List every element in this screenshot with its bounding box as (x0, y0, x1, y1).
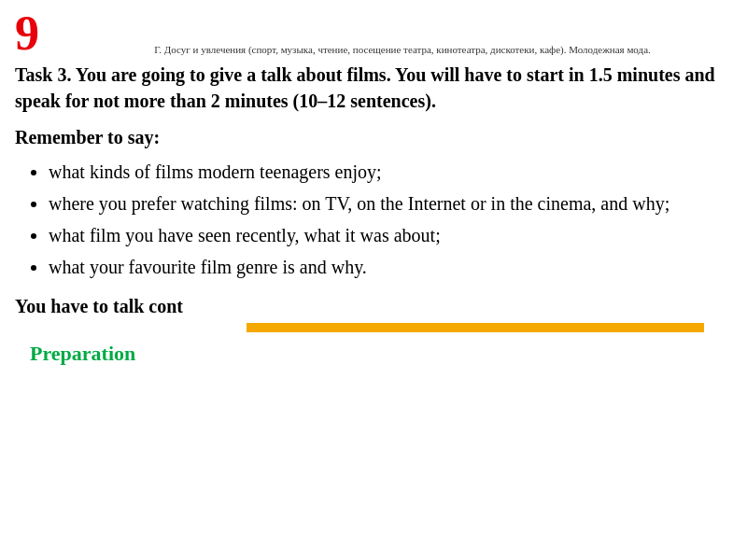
list-item: what kinds of films modern teenagers enj… (49, 158, 732, 186)
list-item: what film you have seen recently, what i… (49, 221, 732, 249)
preparation-label: Preparation (30, 342, 732, 366)
list-item: where you prefer watching films: on TV, … (49, 189, 732, 217)
page-container: 9 Г. Досуг и увлечения (спорт, музыка, ч… (0, 0, 747, 560)
number-badge: 9 (15, 9, 62, 58)
subtitle-text: Г. Досуг и увлечения (спорт, музыка, чте… (73, 43, 732, 56)
yellow-bar (247, 323, 704, 332)
list-item: what your favourite film genre is and wh… (49, 253, 732, 281)
header-row: 9 Г. Досуг и увлечения (спорт, музыка, ч… (15, 9, 732, 58)
bullet-list: what kinds of films modern teenagers enj… (15, 158, 732, 281)
talk-cont-heading: You have to talk cont (15, 296, 732, 317)
remember-heading: Remember to say: (15, 127, 732, 148)
task-title: Task 3. You are going to give a talk abo… (15, 62, 732, 114)
